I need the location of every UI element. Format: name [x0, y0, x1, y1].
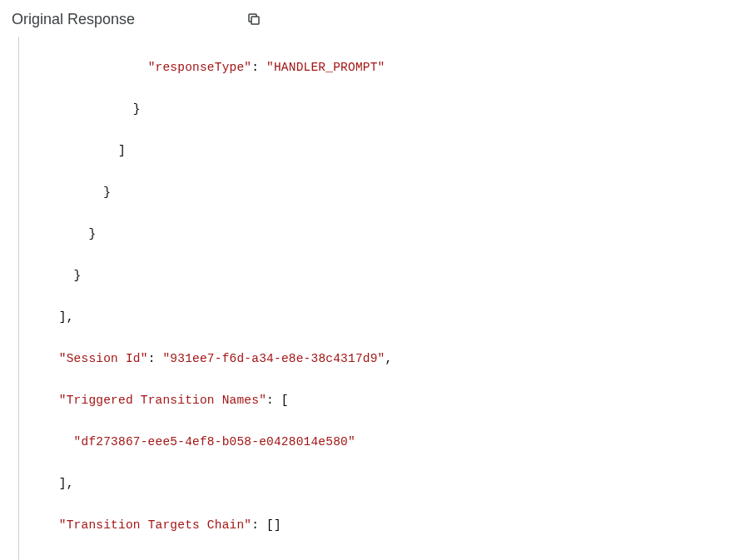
copy-button[interactable] [243, 8, 265, 30]
panel-title: Original Response [12, 11, 135, 28]
json-value: "df273867-eee5-4ef8-b058-e0428014e580" [74, 435, 355, 448]
json-key: "Triggered Transition Names" [59, 394, 266, 407]
svg-rect-0 [251, 17, 259, 24]
json-value: "931ee7-f6d-a34-e8e-38c4317d9" [162, 352, 385, 365]
json-key: "responseType" [148, 61, 252, 74]
copy-icon [246, 12, 261, 27]
json-key: "Session Id" [59, 352, 148, 365]
json-value: "HANDLER_PROMPT" [266, 61, 385, 74]
json-response-block[interactable]: "responseType": "HANDLER_PROMPT" } ] } }… [18, 37, 750, 560]
json-key: "Transition Targets Chain" [59, 518, 251, 532]
panel-header: Original Response [0, 0, 750, 37]
